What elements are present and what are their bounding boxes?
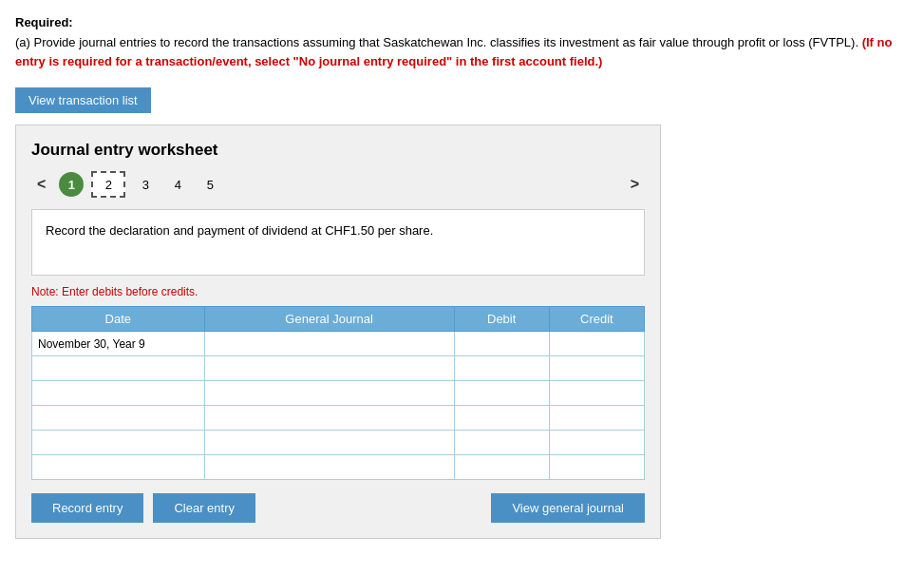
col-header-credit: Credit bbox=[549, 307, 644, 332]
cell-debit-1 bbox=[454, 356, 549, 381]
tab-1[interactable]: 1 bbox=[59, 172, 84, 197]
required-text: (a) Provide journal entries to record th… bbox=[15, 33, 909, 70]
tab-3[interactable]: 3 bbox=[133, 172, 158, 197]
cell-debit-0 bbox=[454, 332, 549, 356]
required-label: Required: bbox=[15, 15, 909, 29]
input-journal-2[interactable] bbox=[205, 381, 454, 405]
tab-4[interactable]: 4 bbox=[165, 172, 190, 197]
cell-date-4 bbox=[32, 431, 205, 455]
view-transaction-list-button[interactable]: View transaction list bbox=[15, 87, 151, 113]
input-date-5[interactable] bbox=[32, 455, 204, 479]
input-journal-4[interactable] bbox=[205, 431, 454, 454]
input-credit-3[interactable] bbox=[550, 406, 644, 430]
input-credit-0[interactable] bbox=[550, 332, 644, 355]
cell-journal-0 bbox=[204, 332, 454, 356]
cell-credit-4 bbox=[549, 431, 644, 455]
input-debit-3[interactable] bbox=[455, 406, 549, 430]
description-box: Record the declaration and payment of di… bbox=[31, 209, 645, 276]
input-credit-2[interactable] bbox=[550, 381, 644, 405]
cell-debit-5 bbox=[454, 455, 549, 480]
note-text: Note: Enter debits before credits. bbox=[31, 285, 645, 298]
input-journal-0[interactable] bbox=[205, 332, 454, 355]
input-debit-2[interactable] bbox=[455, 381, 549, 405]
input-date-4[interactable] bbox=[32, 431, 204, 454]
table-row bbox=[32, 431, 645, 455]
table-row bbox=[32, 332, 645, 356]
table-row bbox=[32, 356, 645, 381]
cell-journal-2 bbox=[204, 381, 454, 406]
journal-entry-worksheet: Journal entry worksheet < 1 2 3 4 5 > Re… bbox=[15, 125, 661, 539]
table-row bbox=[32, 455, 645, 480]
bottom-buttons: Record entry Clear entry View general jo… bbox=[31, 493, 645, 523]
cell-credit-1 bbox=[549, 356, 644, 381]
input-credit-5[interactable] bbox=[550, 455, 644, 479]
input-journal-3[interactable] bbox=[205, 406, 454, 430]
tab-5[interactable]: 5 bbox=[198, 172, 222, 197]
cell-journal-3 bbox=[204, 406, 454, 431]
cell-credit-3 bbox=[549, 406, 644, 431]
input-credit-4[interactable] bbox=[550, 431, 644, 454]
cell-credit-0 bbox=[549, 332, 644, 356]
input-date-3[interactable] bbox=[32, 406, 204, 430]
col-header-debit: Debit bbox=[454, 307, 549, 332]
cell-date-5 bbox=[32, 455, 205, 480]
cell-debit-2 bbox=[454, 381, 549, 406]
worksheet-title: Journal entry worksheet bbox=[31, 141, 645, 160]
input-debit-0[interactable] bbox=[455, 332, 549, 355]
cell-credit-5 bbox=[549, 455, 644, 480]
clear-entry-button[interactable]: Clear entry bbox=[153, 493, 255, 523]
tab-2[interactable]: 2 bbox=[91, 171, 125, 198]
cell-date-2 bbox=[32, 381, 205, 406]
input-debit-4[interactable] bbox=[455, 431, 549, 454]
cell-journal-1 bbox=[204, 356, 454, 381]
view-general-journal-button[interactable]: View general journal bbox=[491, 493, 645, 523]
cell-date-3 bbox=[32, 406, 205, 431]
record-entry-button[interactable]: Record entry bbox=[31, 493, 143, 523]
cell-debit-4 bbox=[454, 431, 549, 455]
input-debit-5[interactable] bbox=[455, 455, 549, 479]
journal-entry-table: Date General Journal Debit Credit bbox=[31, 306, 645, 480]
tabs-row: < 1 2 3 4 5 > bbox=[31, 171, 645, 198]
input-journal-1[interactable] bbox=[205, 356, 454, 380]
cell-journal-4 bbox=[204, 431, 454, 455]
input-date-2[interactable] bbox=[32, 381, 204, 405]
cell-credit-2 bbox=[549, 381, 644, 406]
cell-debit-3 bbox=[454, 406, 549, 431]
cell-journal-5 bbox=[204, 455, 454, 480]
table-row bbox=[32, 381, 645, 406]
col-header-date: Date bbox=[32, 307, 205, 332]
input-debit-1[interactable] bbox=[455, 356, 549, 380]
input-credit-1[interactable] bbox=[550, 356, 644, 380]
input-date-1[interactable] bbox=[32, 356, 204, 380]
arrow-left-button[interactable]: < bbox=[31, 174, 51, 195]
arrow-right-button[interactable]: > bbox=[625, 174, 645, 195]
col-header-journal: General Journal bbox=[204, 307, 454, 332]
cell-date-0 bbox=[32, 332, 205, 356]
table-row bbox=[32, 406, 645, 431]
cell-date-1 bbox=[32, 356, 205, 381]
input-journal-5[interactable] bbox=[205, 455, 454, 479]
input-date-0[interactable] bbox=[32, 332, 204, 355]
